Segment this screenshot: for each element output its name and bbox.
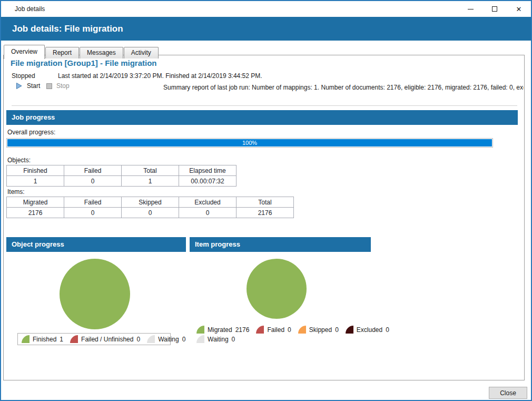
skipped-wedge-icon [298,326,306,334]
job-progress-section-header: Job progress [6,110,518,125]
legend-value: 2176 [235,326,250,334]
legend-label: Waiting [208,336,229,343]
legend-item-waiting: Waiting 0 [147,335,185,343]
items-header-migrated: Migrated [7,197,64,208]
legend-item-excluded: Excluded 0 [346,326,389,334]
job-heading: File migration [Group1] - File migration [11,58,157,67]
page-title: Job details: File migration [12,17,123,41]
legend-label: Failed [267,326,284,334]
legend-value: 0 [386,326,389,334]
legend-value: 0 [136,336,140,343]
item-progress-section-header: Item progress [190,237,371,252]
items-header-total: Total [237,197,294,208]
minimize-button[interactable] [458,1,482,17]
item-progress-legend-row-2: Waiting 0 [196,335,235,344]
objects-header-failed: Failed [64,165,122,176]
title-bar: Job details ✕ [1,1,531,17]
objects-header-total: Total [122,165,179,176]
tab-strip: Overview Report Messages Activity [4,44,159,58]
legend-value: 0 [335,326,339,334]
items-table: Migrated Failed Skipped Excluded Total 2… [6,197,294,218]
progress-fill: 100% [7,139,492,146]
failed-wedge-icon [70,335,78,343]
objects-value-failed: 0 [64,176,122,187]
legend-item-failed-unfinished: Failed / Unfinished 0 [70,335,140,343]
tab-activity[interactable]: Activity [124,47,159,58]
legend-item-waiting: Waiting 0 [196,335,235,343]
waiting-wedge-icon [147,335,155,343]
maximize-button[interactable] [482,1,507,17]
maximize-icon [492,6,497,12]
overall-progress-label: Overall progress: [7,129,55,136]
items-header-excluded: Excluded [179,197,237,208]
legend-value: 1 [60,336,63,343]
stop-button[interactable]: Stop [46,82,70,90]
excluded-wedge-icon [346,326,353,334]
legend-item-skipped: Skipped 0 [298,326,339,334]
stop-icon [46,83,52,89]
legend-label: Excluded [357,326,382,334]
finished-wedge-icon [22,335,29,343]
start-button[interactable]: Start [15,82,40,90]
items-label: Items: [7,188,25,195]
last-run-text: Last started at 2/14/2019 3:37:20 PM. Fi… [58,72,262,80]
table-row: 2176 0 0 0 2176 [7,208,294,218]
legend-item-failed: Failed 0 [256,326,291,334]
failed-wedge-icon [256,326,264,334]
legend-label: Migrated [208,326,232,334]
migrated-wedge-icon [196,326,204,334]
summary-report-text: Summary report of last job run: Number o… [163,84,524,91]
items-value-skipped: 0 [122,208,179,218]
object-progress-pie-chart [60,259,130,329]
start-label: Start [27,82,40,90]
tab-messages[interactable]: Messages [80,47,123,58]
separator-line [12,105,517,106]
tab-report[interactable]: Report [45,47,79,58]
legend-item-finished: Finished 1 [22,335,63,343]
item-progress-legend-row-1: Migrated 2176 Failed 0 Skipped 0 Exclude… [196,325,389,334]
stop-label: Stop [56,82,70,90]
object-progress-section-header: Object progress [6,237,186,252]
legend-label: Finished [33,336,56,343]
tab-overview[interactable]: Overview [4,45,45,59]
job-details-window: Job details ✕ Job details: File migratio… [0,0,532,401]
items-header-skipped: Skipped [122,197,179,208]
items-header-failed: Failed [64,197,122,208]
play-icon [15,82,23,90]
item-progress-pie-chart [247,259,307,319]
legend-value: 0 [232,336,235,343]
legend-value: 0 [182,336,186,343]
legend-label: Waiting [158,336,179,343]
close-button[interactable]: ✕ [507,1,531,17]
minimize-icon [468,9,474,9]
objects-header-finished: Finished [7,165,64,176]
objects-value-finished: 1 [7,176,64,187]
legend-label: Failed / Unfinished [81,336,133,343]
objects-table: Finished Failed Total Elapsed time 1 0 1… [6,165,237,187]
items-value-failed: 0 [64,208,122,218]
close-icon: ✕ [516,6,522,13]
table-row: 1 0 1 00.00:07:32 [7,176,237,187]
window-controls: ✕ [458,1,531,17]
overview-tab-page: File migration [Group1] - File migration… [3,55,525,380]
items-value-excluded: 0 [179,208,237,218]
objects-value-total: 1 [122,176,179,187]
legend-item-migrated: Migrated 2176 [196,326,249,334]
app-header: Job details: File migration [1,17,531,41]
overall-progress-bar: 100% [6,138,493,148]
objects-header-elapsed: Elapsed time [179,165,237,176]
progress-percent: 100% [7,139,492,146]
waiting-wedge-icon [196,335,204,343]
window-title: Job details [15,1,45,17]
items-value-migrated: 2176 [7,208,64,218]
job-status: Stopped [12,72,35,80]
objects-label: Objects: [7,157,31,164]
object-progress-legend: Finished 1 Failed / Unfinished 0 Waiting… [17,333,171,345]
items-value-total: 2176 [237,208,294,218]
table-row: Finished Failed Total Elapsed time [7,165,237,176]
objects-value-elapsed: 00.00:07:32 [179,176,237,187]
close-dialog-button[interactable]: Close [489,387,527,399]
legend-value: 0 [288,326,291,334]
legend-label: Skipped [309,326,332,334]
table-row: Migrated Failed Skipped Excluded Total [7,197,294,208]
